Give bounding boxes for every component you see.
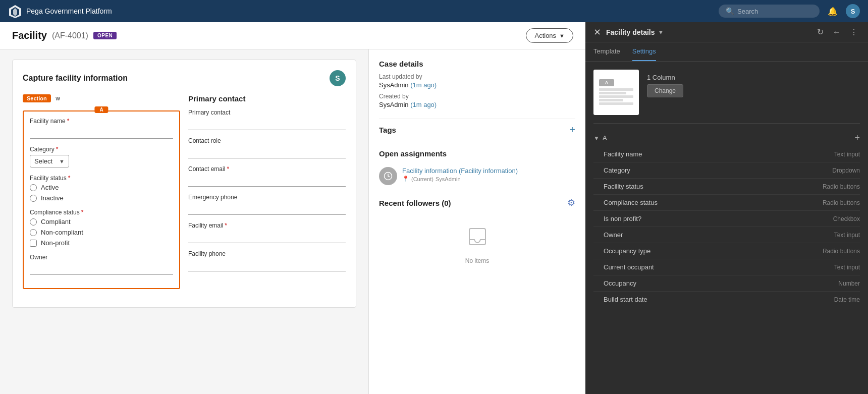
section-box: A Facility name * (23, 110, 180, 289)
pega-logo-icon (8, 4, 22, 18)
section-w-label: w (56, 95, 60, 102)
required-marker: * (67, 118, 70, 125)
actions-button[interactable]: Actions ▼ (526, 28, 573, 43)
field-row: Current occupant Text input (593, 259, 860, 275)
change-template-button[interactable]: Change (647, 84, 683, 97)
category-group: Category * Select ▼ (30, 146, 173, 167)
form-left-col: Section w A Facility name * (23, 94, 180, 297)
field-type-label: Radio buttons (823, 199, 860, 206)
non-compliant-label: Non-compliant (41, 229, 83, 236)
user-avatar[interactable]: S (846, 4, 860, 18)
facility-phone-input[interactable] (188, 259, 346, 271)
form-scroll-area: Capture facility information S Section w… (0, 49, 368, 394)
compliant-radio[interactable] (30, 218, 37, 226)
add-field-icon[interactable]: + (854, 133, 860, 143)
field-name-label: Is non profit? (604, 215, 641, 222)
page-title: Facility (12, 30, 47, 41)
tab-settings[interactable]: Settings (632, 42, 656, 61)
owner-input[interactable] (30, 263, 173, 275)
primary-contact-label: Primary contact (188, 109, 346, 116)
refresh-icon[interactable]: ↻ (815, 27, 826, 37)
emergency-phone-label: Emergency phone (188, 194, 346, 201)
required-marker: * (68, 175, 71, 182)
field-row: Owner Text input (593, 227, 860, 243)
facility-status-group: Facility status * Active (30, 175, 173, 202)
add-tag-icon[interactable]: + (569, 124, 575, 136)
compliance-status-radio-group: Compliant Non-compliant No (30, 218, 173, 247)
created-by-user: SysAdmin (379, 101, 409, 108)
form-card-title-row: Capture facility information S (23, 70, 346, 86)
assignment-link[interactable]: Facility information (Facility informati… (402, 167, 575, 175)
non-profit-checkbox[interactable] (30, 240, 37, 247)
top-nav: Pega Government Platform 🔍 🔔 S (0, 0, 868, 22)
facility-email-input[interactable] (188, 231, 346, 243)
field-name-label: Owner (604, 231, 623, 239)
contact-email-input[interactable] (188, 175, 346, 187)
compliant-label: Compliant (41, 218, 71, 226)
tags-label: Tags (379, 126, 396, 134)
template-info: 1 Column Change (647, 74, 683, 97)
empty-inbox: No items (379, 214, 575, 274)
close-icon[interactable]: ✕ (593, 28, 601, 37)
active-radio-option[interactable]: Active (30, 184, 173, 191)
app-name: Pega Government Platform (26, 7, 112, 15)
owner-label: Owner (30, 254, 173, 261)
search-input[interactable] (737, 8, 808, 15)
inactive-radio[interactable] (30, 195, 37, 202)
primary-contact-group: Primary contact (188, 109, 346, 130)
compliant-radio-option[interactable]: Compliant (30, 218, 173, 226)
open-assignments-title: Open assignments (379, 149, 575, 158)
section-label: Section (23, 94, 51, 102)
case-details-section: Case details Last updated by SysAdmin (1… (379, 60, 575, 108)
field-name-label: Facility name (604, 150, 642, 158)
back-icon[interactable]: ← (831, 28, 843, 37)
primary-contact-input[interactable] (188, 118, 346, 130)
sidebar-tabs: Template Settings (585, 42, 868, 62)
non-compliant-radio[interactable] (30, 229, 37, 236)
section-header-letter: A (603, 134, 607, 142)
primary-contact-title: Primary contact (188, 94, 346, 103)
facility-phone-group: Facility phone (188, 250, 346, 271)
field-name-label: Current occupant (604, 263, 654, 271)
field-row: Compliance status Radio buttons (593, 195, 860, 211)
template-a-marker: A (605, 80, 609, 85)
tab-template[interactable]: Template (593, 42, 620, 61)
owner-group: Owner (30, 254, 173, 275)
main-content: Capture facility information S Section w… (0, 49, 585, 394)
field-name-label: Occupancy (604, 279, 636, 287)
more-options-icon[interactable]: ⋮ (848, 27, 860, 37)
field-type-label: Radio buttons (823, 183, 860, 190)
category-select-wrapper[interactable]: Select ▼ (30, 155, 69, 167)
notifications-icon[interactable]: 🔔 (826, 4, 840, 18)
dropdown-arrow-icon: ▼ (59, 158, 65, 164)
field-row: Is non profit? Checkbox (593, 211, 860, 227)
assignment-item: Facility information (Facility informati… (379, 163, 575, 189)
emergency-phone-input[interactable] (188, 203, 346, 215)
field-type-label: Date time (834, 296, 860, 303)
compliance-status-label: Compliance status * (30, 209, 173, 216)
search-icon: 🔍 (726, 7, 734, 15)
active-label: Active (41, 184, 59, 191)
gear-icon[interactable]: ⚙ (567, 197, 575, 208)
field-name-label: Build start date (604, 296, 647, 303)
section-a-header[interactable]: ▼ A + (593, 130, 860, 146)
template-section: A 1 Column Change (593, 70, 860, 115)
capture-form-card: Capture facility information S Section w… (12, 60, 356, 308)
active-radio[interactable] (30, 184, 37, 191)
contact-role-input[interactable] (188, 146, 346, 158)
section-divider (593, 123, 860, 124)
inactive-radio-option[interactable]: Inactive (30, 194, 173, 202)
field-name-label: Facility status (604, 183, 643, 190)
fields-list: Facility name Text input Category Dropdo… (593, 146, 860, 307)
contact-role-group: Contact role (188, 137, 346, 158)
non-compliant-radio-option[interactable]: Non-compliant (30, 229, 173, 236)
field-name-label: Compliance status (604, 199, 658, 206)
category-select[interactable]: Select (34, 157, 56, 165)
primary-contact-section: Primary contact Primary contact Contact … (188, 94, 346, 271)
form-columns: Section w A Facility name * (23, 94, 346, 297)
non-profit-checkbox-option[interactable]: Non-profit (30, 239, 173, 247)
facility-name-label: Facility name * (30, 118, 173, 125)
tags-row: Tags + (379, 119, 575, 141)
facility-name-input[interactable] (30, 127, 173, 139)
template-preview-card: A (593, 70, 639, 115)
